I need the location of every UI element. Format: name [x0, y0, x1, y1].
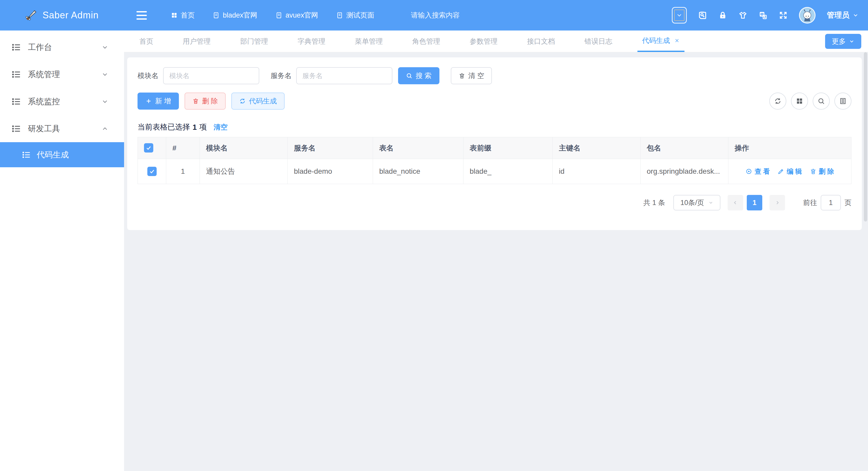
tab-role-management[interactable]: 角色管理	[398, 31, 455, 52]
grid-icon	[171, 12, 177, 18]
more-tabs-button[interactable]: 更多	[825, 34, 861, 49]
list-settings-icon	[839, 97, 847, 105]
avatar[interactable]	[799, 7, 815, 24]
list-icon	[11, 42, 21, 52]
delete-link[interactable]: 删 除	[810, 167, 834, 176]
top-nav-test-page[interactable]: 测试页面	[331, 10, 380, 20]
page-size-select[interactable]: 10条/页	[673, 195, 720, 211]
tab-user-management[interactable]: 用户管理	[168, 31, 225, 52]
tab-error-log[interactable]: 错误日志	[570, 31, 627, 52]
top-nav-bladex[interactable]: bladex官网	[207, 10, 263, 20]
content-area: 模块名 服务名 搜 索 清 空 新 增	[124, 52, 868, 471]
main-area: 首页 用户管理 部门管理 字典管理 菜单管理 角色管理 参数管理 接口文档 错误…	[124, 31, 868, 471]
sidebar-item-workbench[interactable]: 工作台	[0, 34, 124, 61]
column-search-button[interactable]	[813, 93, 830, 109]
tab-label: 代码生成	[642, 36, 670, 45]
next-page-button[interactable]	[770, 195, 785, 211]
search-button[interactable]: 搜 索	[398, 67, 439, 84]
cell-table-name: blade_notice	[373, 159, 463, 184]
module-name-input[interactable]	[163, 67, 259, 84]
top-nav-label: avuex官网	[286, 10, 318, 20]
pencil-icon	[778, 168, 784, 175]
trash-icon	[459, 72, 465, 79]
column-header-index[interactable]: #	[166, 137, 200, 159]
selection-info: 当前表格已选择 1 项 清空	[137, 122, 851, 132]
column-header-prefix[interactable]: 表前缀	[463, 137, 553, 159]
action-row: 新 增 删 除 代码生成	[137, 93, 851, 109]
list-icon	[11, 97, 21, 106]
column-header-service[interactable]: 服务名	[288, 137, 373, 159]
sidebar-item-label: 系统监控	[28, 96, 60, 107]
select-all-checkbox[interactable]	[144, 143, 153, 153]
tab-code-generation-active[interactable]: 代码生成	[627, 31, 695, 52]
column-header-pk[interactable]: 主键名	[553, 137, 641, 159]
clear-button[interactable]: 清 空	[451, 67, 492, 84]
chevron-right-icon	[774, 200, 780, 206]
chevron-up-icon	[101, 125, 108, 132]
select-all-cell	[138, 137, 166, 159]
tab-menu-management[interactable]: 菜单管理	[340, 31, 398, 52]
goto-page-input[interactable]	[821, 195, 841, 211]
grid-view-button[interactable]	[791, 93, 808, 109]
column-header-package[interactable]: 包名	[641, 137, 728, 159]
tab-api-docs[interactable]: 接口文档	[512, 31, 570, 52]
tab-dict-management[interactable]: 字典管理	[283, 31, 340, 52]
cell-module: 通知公告	[200, 159, 288, 184]
code-generation-panel: 模块名 服务名 搜 索 清 空 新 增	[127, 57, 862, 230]
collapse-panel-button[interactable]	[672, 7, 687, 24]
top-nav-home[interactable]: 首页	[165, 10, 200, 20]
view-link[interactable]: 查 看	[745, 167, 770, 176]
app-logo: Saber Admin	[0, 0, 124, 31]
language-button[interactable]	[759, 11, 768, 20]
lock-screen-button[interactable]	[718, 11, 727, 20]
clear-label: 清 空	[468, 71, 485, 81]
chevron-down-icon	[708, 200, 713, 205]
codegen-button[interactable]: 代码生成	[231, 93, 285, 109]
selection-count: 1	[193, 123, 197, 132]
list-icon	[11, 69, 21, 80]
edit-link[interactable]: 编 辑	[778, 167, 802, 176]
row-checkbox[interactable]	[147, 167, 157, 176]
page-1-button[interactable]: 1	[747, 195, 762, 211]
table-header-row: # 模块名 服务名 表名 表前缀 主键名 包名 操作	[138, 137, 851, 159]
refresh-icon	[774, 97, 782, 105]
goto-label: 前往	[803, 198, 817, 207]
topbar-actions: 管理员	[672, 7, 859, 24]
top-nav-avuex[interactable]: avuex官网	[270, 10, 324, 20]
chevron-down-icon	[101, 44, 108, 51]
service-name-label: 服务名	[271, 71, 291, 81]
close-icon[interactable]	[674, 38, 680, 43]
debug-tool-button[interactable]	[698, 11, 707, 20]
pagination: 共 1 条 10条/页 1 前往 页	[137, 195, 851, 211]
table-row[interactable]: 1 通知公告 blade-demo blade_notice blade_ id…	[138, 159, 851, 184]
trash-icon	[810, 168, 816, 175]
service-name-input[interactable]	[296, 67, 392, 84]
cell-package: org.springblade.desk...	[641, 159, 728, 184]
sidebar-item-system-monitor[interactable]: 系统监控	[0, 88, 124, 115]
theme-button[interactable]	[739, 11, 747, 20]
tab-home[interactable]: 首页	[125, 31, 168, 52]
column-settings-button[interactable]	[834, 93, 851, 109]
column-header-table[interactable]: 表名	[373, 137, 463, 159]
prev-page-button[interactable]	[727, 195, 743, 211]
menu-collapse-button[interactable]	[136, 11, 147, 20]
refresh-button[interactable]	[769, 93, 786, 109]
add-button[interactable]: 新 增	[137, 93, 179, 109]
column-header-module[interactable]: 模块名	[200, 137, 288, 159]
sidebar-item-system-management[interactable]: 系统管理	[0, 61, 124, 88]
tab-dept-management[interactable]: 部门管理	[225, 31, 283, 52]
tab-param-management[interactable]: 参数管理	[455, 31, 512, 52]
chevron-down-icon	[101, 71, 108, 78]
topbar-search-input[interactable]: 请输入搜索内容	[411, 10, 460, 20]
scrollbar[interactable]	[864, 52, 867, 222]
delete-button[interactable]: 删 除	[185, 93, 226, 109]
sidebar: 工作台 系统管理 系统监控 研发工具 代码生成	[0, 31, 124, 471]
page-unit-label: 页	[844, 198, 851, 207]
user-menu[interactable]: 管理员	[827, 10, 859, 21]
top-nav-label: bladex官网	[223, 10, 257, 20]
column-header-ops: 操作	[728, 137, 851, 159]
fullscreen-button[interactable]	[779, 11, 787, 20]
sidebar-item-dev-tools[interactable]: 研发工具	[0, 115, 124, 142]
sidebar-item-code-generation-active[interactable]: 代码生成	[0, 142, 124, 167]
selection-clear-link[interactable]: 清空	[214, 123, 227, 132]
